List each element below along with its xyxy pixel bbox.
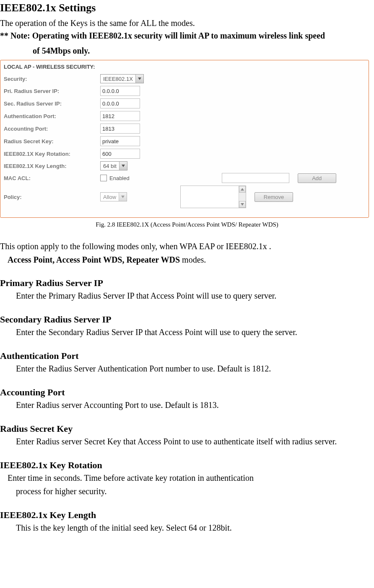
modes-text: Access Point, Access Point WDS, Repeater…	[8, 253, 374, 266]
sec-radius-label: Sec. Radius Server IP:	[4, 101, 100, 107]
svg-marker-1	[122, 165, 125, 167]
policy-value: Allow	[101, 193, 119, 201]
acct-port-label: Accounting Port:	[4, 126, 100, 132]
chevron-down-icon	[119, 162, 127, 170]
wireless-security-panel: LOCAL AP - WIRELESS SECURITY: Security: …	[0, 60, 369, 218]
scroll-down-icon[interactable]	[239, 201, 246, 208]
modes-rest: modes.	[180, 255, 206, 264]
add-button[interactable]: Add	[298, 173, 336, 183]
panel-heading: LOCAL AP - WIRELESS SECURITY:	[4, 63, 365, 71]
scroll-up-icon[interactable]	[239, 186, 246, 193]
policy-select[interactable]: Allow	[100, 192, 127, 201]
key-rotation-desc-2: process for higher security.	[16, 485, 374, 498]
secondary-radius-desc: Enter the Secondary Radius Server IP tha…	[16, 326, 374, 339]
secret-key-label: Radius Secret Key:	[4, 138, 100, 144]
remove-button[interactable]: Remove	[255, 192, 293, 202]
mac-acl-input[interactable]	[222, 173, 289, 183]
key-rotation-label: IEEE802.1X Key Rotation:	[4, 151, 100, 157]
secret-key-desc: Enter Radius server Secret Key that Acce…	[16, 435, 374, 448]
auth-port-label: Authentication Port:	[4, 113, 100, 119]
security-value: IEEE802.1X	[101, 75, 135, 83]
svg-marker-2	[121, 196, 125, 198]
note-line-2: of 54Mbps only.	[33, 44, 374, 57]
svg-marker-0	[138, 77, 141, 80]
policy-label: Policy:	[4, 194, 100, 200]
apply-text: This option apply to the following modes…	[0, 240, 374, 253]
primary-radius-heading: Primary Radius Server IP	[0, 278, 374, 289]
key-length-heading: IEEE802.1x Key Length	[0, 510, 374, 521]
mac-acl-checkbox[interactable]	[100, 175, 107, 181]
secret-key-input[interactable]	[100, 136, 140, 146]
secondary-radius-heading: Secondary Radius Server IP	[0, 314, 374, 325]
acct-port-heading: Accounting Port	[0, 387, 374, 398]
key-length-select[interactable]: 64 bit	[100, 161, 127, 170]
acct-port-input[interactable]	[100, 124, 140, 134]
key-length-value: 64 bit	[101, 162, 119, 170]
acct-port-desc: Enter Radius server Accounting Port to u…	[16, 399, 374, 412]
sec-radius-input[interactable]	[100, 98, 140, 108]
security-label: Security:	[4, 76, 100, 82]
svg-marker-4	[241, 203, 244, 206]
mac-list-box[interactable]	[180, 186, 246, 208]
pri-radius-input[interactable]	[100, 86, 140, 96]
security-select[interactable]: IEEE802.1X	[100, 74, 144, 83]
note-line-1: ** Note: Operating with IEEE802.1x secur…	[0, 29, 374, 42]
mac-acl-label: MAC ACL:	[4, 175, 100, 181]
key-rotation-heading: IEEE802.1x Key Rotation	[0, 460, 374, 471]
page-title: IEEE802.1x Settings	[0, 2, 374, 14]
intro-text: The operation of the Keys is the same fo…	[0, 18, 374, 28]
figure-caption: Fig. 2.8 IEEE802.1X (Access Point/Access…	[0, 221, 374, 228]
key-rotation-desc-1: Enter time in seconds. Time before activ…	[8, 472, 374, 485]
primary-radius-desc: Enter the Primary Radius Server IP that …	[16, 289, 374, 302]
auth-port-heading: Authentication Port	[0, 351, 374, 361]
modes-bold: Access Point, Access Point WDS, Repeater…	[8, 255, 180, 264]
key-rotation-input[interactable]	[100, 149, 140, 159]
auth-port-input[interactable]	[100, 111, 140, 121]
svg-marker-3	[241, 188, 244, 191]
pri-radius-label: Pri. Radius Server IP:	[4, 88, 100, 94]
auth-port-desc: Enter the Radius Server Authentication P…	[16, 362, 374, 375]
key-length-desc: This is the key length of the initial se…	[16, 521, 374, 534]
secret-key-heading: Radius Secret Key	[0, 423, 374, 434]
chevron-down-icon	[135, 75, 143, 83]
scrollbar[interactable]	[239, 186, 246, 208]
chevron-down-icon	[119, 193, 127, 201]
key-length-label: IEEE802.1X Key Length:	[4, 163, 100, 169]
mac-acl-enabled-text: Enabled	[109, 175, 130, 181]
